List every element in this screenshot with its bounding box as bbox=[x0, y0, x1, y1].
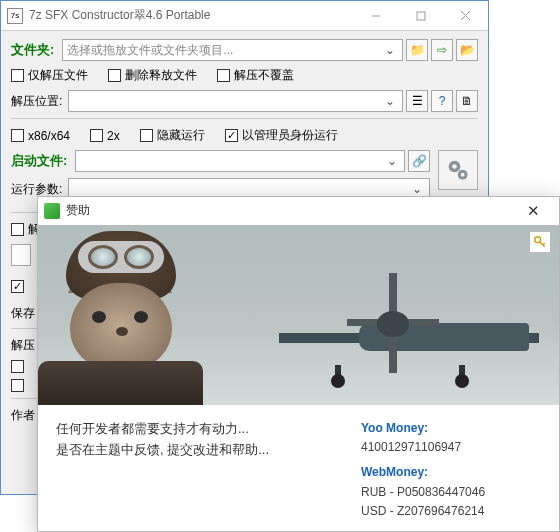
titlebar: 7s 7z SFX Constructor翠4.6 Portable bbox=[1, 1, 488, 31]
donate-text-line1: 任何开发者都需要支持才有动力... bbox=[56, 419, 361, 440]
donate-dialog: 赞助 ✕ 任何开发者都需要支持才有动力... 是否在主题中反馈, 提交改进和帮助… bbox=[37, 196, 560, 532]
dialog-titlebar: 赞助 ✕ bbox=[38, 197, 559, 225]
key-icon bbox=[533, 235, 547, 249]
close-button[interactable] bbox=[443, 2, 488, 30]
chk-extract-only-label: 仅解压文件 bbox=[28, 67, 88, 84]
svg-point-5 bbox=[452, 164, 457, 169]
svg-point-7 bbox=[461, 173, 465, 177]
start-file-combo[interactable]: ⌄ bbox=[75, 150, 405, 172]
plane-illustration bbox=[259, 263, 539, 383]
link-button[interactable]: 🔗 bbox=[408, 150, 430, 172]
yoomoney-value: 410012971106947 bbox=[361, 438, 541, 457]
cat-pilot-illustration bbox=[38, 225, 203, 405]
chk-2x-label: 2x bbox=[107, 129, 120, 143]
yoomoney-label: Yoo Money: bbox=[361, 419, 541, 438]
svg-rect-1 bbox=[417, 12, 425, 20]
dialog-title: 赞助 bbox=[66, 202, 90, 219]
chk-x86x64[interactable]: x86/x64 bbox=[11, 129, 70, 143]
chk-hidden[interactable]: 隐藏运行 bbox=[140, 127, 205, 144]
folder-label: 文件夹: bbox=[11, 41, 54, 59]
chk-row-a[interactable]: 解 bbox=[11, 221, 40, 238]
browse-folder-button[interactable]: 📁 bbox=[406, 39, 428, 61]
maximize-button[interactable] bbox=[398, 2, 443, 30]
help-icon: ? bbox=[439, 94, 446, 108]
extract-loc-combo[interactable]: ⌄ bbox=[68, 90, 403, 112]
webmoney-usd: USD - Z207696476214 bbox=[361, 502, 541, 521]
chevron-down-icon: ⌄ bbox=[384, 154, 400, 168]
open-folder-button[interactable]: 📂 bbox=[456, 39, 478, 61]
app-icon: 7s bbox=[7, 8, 23, 24]
list-button[interactable]: ☰ bbox=[406, 90, 428, 112]
chk-2x[interactable]: 2x bbox=[90, 129, 120, 143]
doc-icon: 🗎 bbox=[461, 94, 473, 108]
list-icon: ☰ bbox=[412, 94, 423, 108]
info-button[interactable]: 🗎 bbox=[456, 90, 478, 112]
window-title: 7z SFX Constructor翠4.6 Portable bbox=[29, 7, 210, 24]
svg-line-10 bbox=[543, 243, 545, 245]
chk-extract-only[interactable]: 仅解压文件 bbox=[11, 67, 88, 84]
donate-text-line2: 是否在主题中反馈, 提交改进和帮助... bbox=[56, 440, 361, 461]
chk-hidden-label: 隐藏运行 bbox=[157, 127, 205, 144]
chk-row-d[interactable] bbox=[11, 360, 28, 373]
import-button[interactable]: ⇨ bbox=[431, 39, 453, 61]
folder-open-icon: 📂 bbox=[460, 43, 475, 57]
chk-admin[interactable]: 以管理员身份运行 bbox=[225, 127, 338, 144]
folder-placeholder: 选择或拖放文件或文件夹项目... bbox=[67, 42, 233, 59]
dialog-close-button[interactable]: ✕ bbox=[513, 202, 553, 220]
gear-icon bbox=[444, 156, 472, 184]
webmoney-label: WebMoney: bbox=[361, 463, 541, 482]
chk-row-checked[interactable] bbox=[11, 280, 28, 293]
arrow-in-icon: ⇨ bbox=[437, 43, 447, 57]
extract-label2: 解压 bbox=[11, 337, 35, 354]
chevron-down-icon: ⌄ bbox=[382, 94, 398, 108]
extract-loc-label: 解压位置: bbox=[11, 93, 62, 110]
link-icon: 🔗 bbox=[412, 154, 427, 168]
chk-no-overwrite[interactable]: 解压不覆盖 bbox=[217, 67, 294, 84]
chevron-down-icon: ⌄ bbox=[409, 182, 425, 196]
chk-x86x64-label: x86/x64 bbox=[28, 129, 70, 143]
partial-input[interactable] bbox=[11, 244, 31, 266]
start-file-label: 启动文件: bbox=[11, 152, 67, 170]
chk-no-overwrite-label: 解压不覆盖 bbox=[234, 67, 294, 84]
chevron-down-icon: ⌄ bbox=[382, 43, 398, 57]
author-label: 作者 bbox=[11, 407, 35, 424]
chk-admin-label: 以管理员身份运行 bbox=[242, 127, 338, 144]
help-button[interactable]: ? bbox=[431, 90, 453, 112]
dialog-hero-image bbox=[38, 225, 559, 405]
chk-delete-after[interactable]: 删除释放文件 bbox=[108, 67, 197, 84]
run-params-label: 运行参数: bbox=[11, 181, 62, 198]
payment-methods: Yoo Money: 410012971106947 WebMoney: RUB… bbox=[361, 419, 541, 521]
minimize-button[interactable] bbox=[353, 2, 398, 30]
settings-button[interactable] bbox=[438, 150, 478, 190]
webmoney-rub: RUB - P050836447046 bbox=[361, 483, 541, 502]
folder-icon: 📁 bbox=[410, 43, 425, 57]
chk-row-e[interactable] bbox=[11, 379, 28, 392]
donate-icon bbox=[44, 203, 60, 219]
key-button[interactable] bbox=[529, 231, 551, 253]
save-label: 保存 bbox=[11, 305, 35, 322]
folder-combo[interactable]: 选择或拖放文件或文件夹项目... ⌄ bbox=[62, 39, 403, 61]
chk-delete-after-label: 删除释放文件 bbox=[125, 67, 197, 84]
